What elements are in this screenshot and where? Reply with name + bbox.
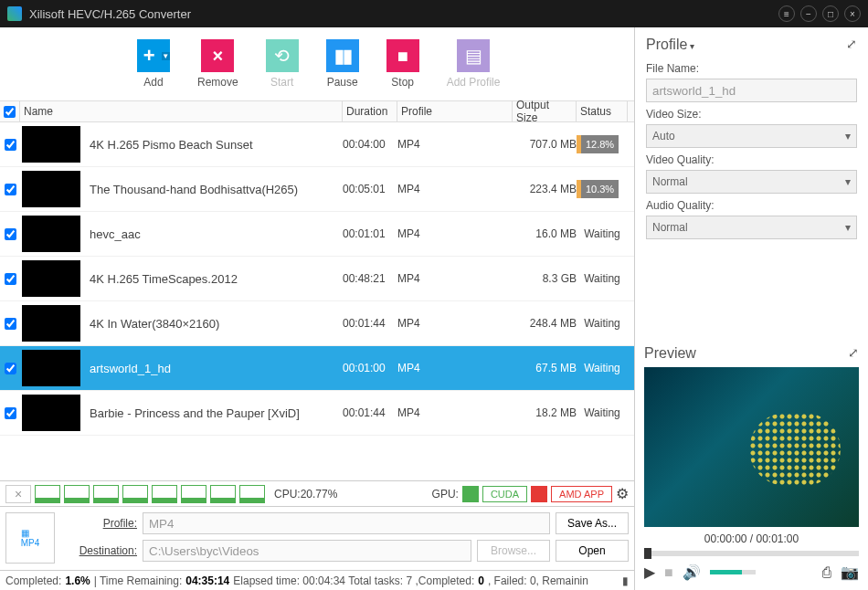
cpu-core-disable[interactable]: × xyxy=(5,485,31,503)
row-checkbox[interactable] xyxy=(5,407,16,419)
row-checkbox[interactable] xyxy=(5,228,16,240)
destination-field[interactable] xyxy=(143,540,471,562)
status-tray-icon[interactable]: ▮ xyxy=(622,574,629,587)
preview-image[interactable] xyxy=(644,367,859,527)
file-row[interactable]: artsworld_1_hd00:01:00MP467.5 MBWaiting xyxy=(0,346,634,391)
gpu-label: GPU: xyxy=(432,488,459,500)
col-name[interactable]: Name xyxy=(20,101,343,121)
file-size: 248.4 MB xyxy=(513,317,577,330)
profile-field[interactable] xyxy=(143,512,550,534)
cpu-core-bar xyxy=(239,485,265,503)
close-button[interactable]: × xyxy=(844,5,861,22)
videoquality-select[interactable]: Normal▾ xyxy=(646,170,857,194)
row-checkbox[interactable] xyxy=(5,318,16,330)
file-size: 18.2 MB xyxy=(513,406,577,419)
videosize-select[interactable]: Auto▾ xyxy=(646,124,857,148)
thumbnail xyxy=(22,126,80,163)
cpu-core-bar xyxy=(64,485,90,503)
titlebar: Xilisoft HEVC/H.265 Converter ≡ − □ × xyxy=(0,0,868,27)
cpu-core-bar xyxy=(152,485,177,503)
menu-button[interactable]: ≡ xyxy=(778,5,795,22)
add-button[interactable]: +▼ Add xyxy=(137,39,170,89)
file-name: The Thousand-hand Bodhisattva(H265) xyxy=(90,183,343,196)
file-row[interactable]: 4K H.265 Pismo Beach Sunset00:04:00MP470… xyxy=(0,122,634,167)
cpu-core-bar xyxy=(122,485,148,503)
progress-bar: 12.8% xyxy=(577,135,628,153)
settings-gear-icon[interactable]: ⚙ xyxy=(616,485,629,502)
file-size: 16.0 MB xyxy=(513,227,577,240)
volume-icon[interactable]: 🔊 xyxy=(683,564,701,581)
filename-label: File Name: xyxy=(646,62,857,75)
file-row[interactable]: hevc_aac00:01:01MP416.0 MBWaiting xyxy=(0,212,634,257)
file-profile: MP4 xyxy=(397,362,513,374)
profile-heading: Profile xyxy=(646,37,687,52)
col-output-size[interactable]: Output Size xyxy=(513,101,577,121)
col-profile[interactable]: Profile xyxy=(397,101,513,121)
file-row[interactable]: Barbie - Princess and the Pauper [XviD]0… xyxy=(0,391,634,436)
browse-button[interactable]: Browse... xyxy=(477,540,550,562)
file-name: 4K In Water(3840×2160) xyxy=(90,317,343,331)
audioquality-select[interactable]: Normal▾ xyxy=(646,216,857,239)
minimize-button[interactable]: − xyxy=(800,5,817,22)
cpu-core-bar xyxy=(93,485,119,503)
volume-slider[interactable] xyxy=(710,570,756,574)
file-duration: 00:01:00 xyxy=(343,362,397,374)
profile-dropdown-icon[interactable]: ▾ xyxy=(687,41,694,51)
stop-button[interactable]: ■ Stop xyxy=(386,39,419,89)
camera-icon[interactable]: 📷 xyxy=(841,564,859,581)
file-name: Barbie - Princess and the Pauper [XviD] xyxy=(90,406,343,420)
pause-button[interactable]: ▮▮ Pause xyxy=(326,39,359,89)
play-button[interactable]: ▶ xyxy=(644,564,655,581)
app-logo-icon xyxy=(7,6,22,21)
snapshot-folder-icon[interactable]: ⎙ xyxy=(822,564,831,581)
maximize-button[interactable]: □ xyxy=(822,5,839,22)
expand-icon[interactable]: ⤢ xyxy=(846,37,857,51)
file-row[interactable]: 4K In Water(3840×2160)00:01:44MP4248.4 M… xyxy=(0,301,634,346)
row-checkbox[interactable] xyxy=(5,363,16,374)
row-checkbox[interactable] xyxy=(5,184,16,195)
status-text: Waiting xyxy=(577,362,628,374)
chevron-down-icon: ▾ xyxy=(845,130,851,142)
file-duration: 00:01:44 xyxy=(343,317,397,330)
pause-icon: ▮▮ xyxy=(326,39,359,72)
col-status[interactable]: Status xyxy=(577,101,628,121)
file-row[interactable]: 4K H.265 TimeScapes.201200:48:21MP48.3 G… xyxy=(0,257,634,301)
row-checkbox[interactable] xyxy=(5,273,16,285)
expand-preview-icon[interactable]: ⤢ xyxy=(848,345,859,360)
file-duration: 00:04:00 xyxy=(343,138,397,151)
cpu-core-bar xyxy=(181,485,206,503)
window-title: Xilisoft HEVC/H.265 Converter xyxy=(29,7,778,21)
file-name: artsworld_1_hd xyxy=(90,362,343,375)
stop-preview-button[interactable]: ■ xyxy=(664,564,673,581)
filename-field[interactable] xyxy=(646,79,857,102)
cpu-core-bar xyxy=(210,485,236,503)
stop-icon: ■ xyxy=(386,39,419,72)
select-all-checkbox[interactable] xyxy=(4,106,16,118)
cpu-percent: CPU:20.77% xyxy=(274,488,337,500)
file-name: 4K H.265 Pismo Beach Sunset xyxy=(90,138,343,152)
row-checkbox[interactable] xyxy=(5,139,16,151)
output-panel: ▦MP4 Profile: Save As... Destination: Br… xyxy=(0,506,634,570)
status-text: Waiting xyxy=(577,317,628,330)
amd-badge[interactable]: AMD APP xyxy=(551,486,612,502)
profile-field-label: Profile: xyxy=(64,517,137,530)
file-name: 4K H.265 TimeScapes.2012 xyxy=(90,272,343,286)
remove-button[interactable]: × Remove xyxy=(197,39,238,89)
thumbnail xyxy=(22,305,80,342)
seek-slider[interactable] xyxy=(644,551,859,556)
cuda-badge[interactable]: CUDA xyxy=(482,486,527,502)
thumbnail xyxy=(22,395,80,431)
file-duration: 00:01:44 xyxy=(343,406,397,419)
preview-time: 00:00:00 / 00:01:00 xyxy=(644,532,859,545)
file-profile: MP4 xyxy=(397,138,513,151)
start-button[interactable]: ⟲ Start xyxy=(266,39,299,89)
column-headers: Name Duration Profile Output Size Status xyxy=(0,100,634,122)
file-row[interactable]: The Thousand-hand Bodhisattva(H265)00:05… xyxy=(0,167,634,212)
file-size: 223.4 MB xyxy=(513,183,577,195)
save-as-button[interactable]: Save As... xyxy=(556,512,629,534)
chevron-down-icon: ▾ xyxy=(845,221,851,234)
col-duration[interactable]: Duration xyxy=(343,101,397,121)
add-profile-button[interactable]: ▤ Add Profile xyxy=(447,39,501,89)
open-button[interactable]: Open xyxy=(556,540,629,562)
format-icon: ▦MP4 xyxy=(5,512,55,564)
